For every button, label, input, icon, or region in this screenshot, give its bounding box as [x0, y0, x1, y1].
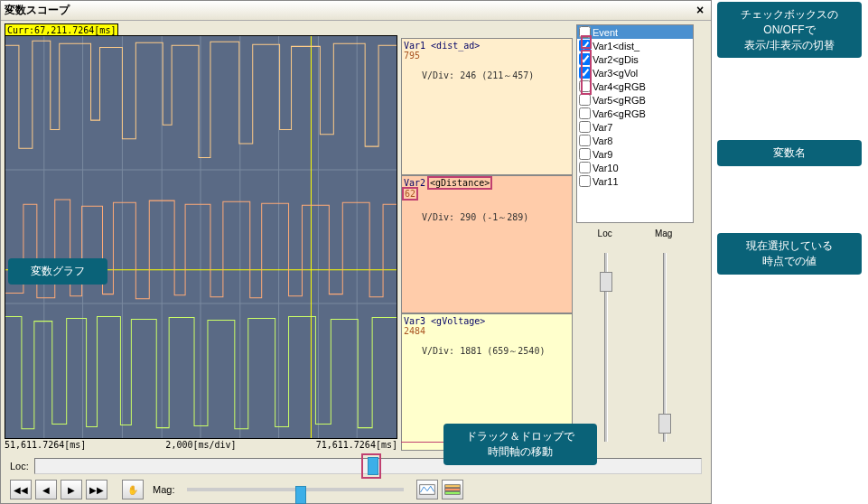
var2-info-panel: Var2 <gDistance> 62 V/Div: 290 (-1～289) — [401, 175, 573, 313]
vertical-loc-slider[interactable] — [604, 253, 608, 442]
var-checkbox[interactable] — [579, 40, 591, 51]
svg-rect-15 — [445, 489, 461, 491]
var-item-11[interactable]: Var11 — [577, 174, 693, 188]
var-label: Var3<gVol — [593, 68, 638, 79]
var-checkbox[interactable] — [579, 67, 591, 79]
cursor-readout: Curr:67,211.7264[ms] — [5, 24, 397, 35]
var-item-10[interactable]: Var10 — [577, 161, 693, 174]
overlay-mode-button[interactable] — [416, 480, 438, 499]
var-checkbox[interactable] — [579, 53, 591, 65]
split-mode-button[interactable] — [442, 480, 463, 499]
variable-list[interactable]: EventVar1<dist_Var2<gDisVar3<gVolVar4<gR… — [576, 24, 694, 223]
var-label: Event — [593, 27, 618, 38]
var-item-2[interactable]: Var2<gDis — [577, 52, 693, 66]
var-label: Var1<dist_ — [593, 41, 639, 51]
close-button[interactable]: × — [693, 4, 707, 18]
loc-thumb-highlight — [361, 453, 381, 479]
var-label: Var4<gRGB — [593, 81, 646, 92]
var-label: Var7 — [593, 122, 612, 133]
loc-label-bottom: Loc: — [10, 461, 29, 471]
x-axis-labels: 51,611.7264[ms] 2,000[ms/div] 71,611.726… — [5, 439, 397, 451]
rewind-button[interactable]: ◀◀ — [10, 480, 32, 499]
var-name-highlight: <gDistance> — [427, 176, 492, 190]
svg-rect-16 — [445, 491, 461, 494]
var1-info-panel: Var1 <dist_ad> 795 V/Div: 246 (211～457) — [401, 38, 573, 175]
mag-label: Mag — [655, 229, 672, 238]
step-back-button[interactable]: ◀ — [35, 480, 57, 499]
callout-drag: ドラック＆ドロップで 時間軸の移動 — [443, 424, 597, 465]
var-checkbox[interactable] — [579, 107, 591, 119]
mag-slider[interactable] — [187, 488, 404, 491]
mag-label-bottom: Mag: — [153, 484, 174, 495]
var-checkbox[interactable] — [579, 175, 591, 187]
loc-label: Loc — [598, 229, 612, 238]
var-item-9[interactable]: Var9 — [577, 147, 693, 161]
var-item-7[interactable]: Var7 — [577, 120, 693, 134]
var-label: Var8 — [593, 135, 612, 146]
fast-fwd-button[interactable]: ▶▶ — [86, 480, 107, 499]
var-item-6[interactable]: Var6<gRGB — [577, 107, 693, 120]
var-label: Var9 — [593, 149, 612, 160]
callout-varname: 変数名 — [717, 140, 862, 166]
vertical-mag-slider[interactable] — [663, 253, 667, 442]
var-checkbox[interactable] — [579, 121, 591, 133]
var-label: Var6<gRGB — [593, 108, 646, 119]
var-item-3[interactable]: Var3<gVol — [577, 66, 693, 79]
var-label: Var5<gRGB — [593, 95, 646, 106]
callout-curval: 現在選択している 時点での値 — [717, 233, 862, 275]
callout-graph: 変数グラフ — [8, 258, 107, 285]
waveform-graph[interactable] — [5, 35, 397, 439]
svg-rect-14 — [445, 485, 461, 488]
var-item-4[interactable]: Var4<gRGB — [577, 79, 693, 93]
var-item-1[interactable]: Var1<dist_ — [577, 39, 693, 52]
var-label: Var2<gDis — [593, 54, 639, 65]
window-title: 変数スコープ — [5, 3, 70, 18]
titlebar: 変数スコープ × — [1, 1, 711, 21]
callout-checkbox: チェックボックスの ON/OFFで 表示/非表示の切替 — [717, 2, 862, 58]
var-item-5[interactable]: Var5<gRGB — [577, 93, 693, 107]
var-checkbox[interactable] — [579, 148, 591, 160]
var-label: Var11 — [593, 176, 619, 187]
var-value-highlight: 62 — [402, 187, 418, 201]
var-checkbox[interactable] — [579, 94, 591, 106]
var-checkbox[interactable] — [579, 26, 591, 38]
var-checkbox[interactable] — [579, 162, 591, 173]
var-item-8[interactable]: Var8 — [577, 134, 693, 147]
var-item-0[interactable]: Event — [577, 25, 693, 39]
var-checkbox[interactable] — [579, 80, 591, 92]
loc-slider[interactable] — [34, 458, 702, 474]
step-fwd-button[interactable]: ▶ — [61, 480, 82, 499]
pan-button[interactable]: ✋ — [122, 480, 144, 499]
var-label: Var10 — [593, 163, 619, 173]
var-checkbox[interactable] — [579, 135, 591, 146]
